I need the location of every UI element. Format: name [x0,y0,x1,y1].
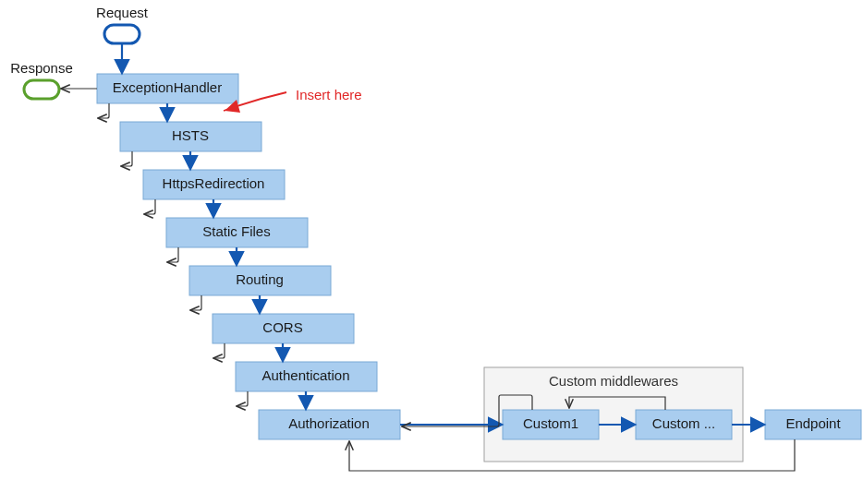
svg-text:HSTS: HSTS [172,127,209,143]
box-custom1: Custom1 [503,410,599,439]
response-terminator [24,80,59,99]
box-authentication: Authentication [236,362,377,391]
svg-text:Authorization: Authorization [288,415,370,431]
response-label: Response [10,60,73,76]
svg-text:Routing: Routing [236,271,284,287]
svg-text:Static Files: Static Files [202,223,270,239]
box-hsts: HSTS [120,122,261,151]
box-httpsredirection: HttpsRedirection [143,170,285,199]
svg-text:Authentication: Authentication [261,367,349,383]
svg-text:Endpoint: Endpoint [785,415,841,431]
request-label: Request [96,5,149,20]
box-custom2: Custom ... [636,410,732,439]
box-exceptionhandler: ExceptionHandler [97,74,238,103]
box-routing: Routing [189,266,331,295]
box-authorization: Authorization [259,410,400,439]
request-terminator [104,25,140,43]
svg-text:Custom ...: Custom ... [652,415,715,431]
box-endpoint: Endpoint [765,410,861,439]
box-cors: CORS [213,314,354,343]
svg-text:Custom1: Custom1 [523,415,578,431]
box-staticfiles: Static Files [166,218,308,247]
svg-text:HttpsRedirection: HttpsRedirection [163,175,265,191]
svg-text:ExceptionHandler: ExceptionHandler [113,79,222,95]
custom-middlewares-label: Custom middlewares [549,373,678,389]
svg-text:Insert  here: Insert here [296,87,362,102]
middleware-pipeline-diagram: Request Response Custom middlewares Exce… [0,0,863,504]
svg-text:CORS: CORS [262,319,302,335]
insert-annotation: Insert here [224,87,362,113]
